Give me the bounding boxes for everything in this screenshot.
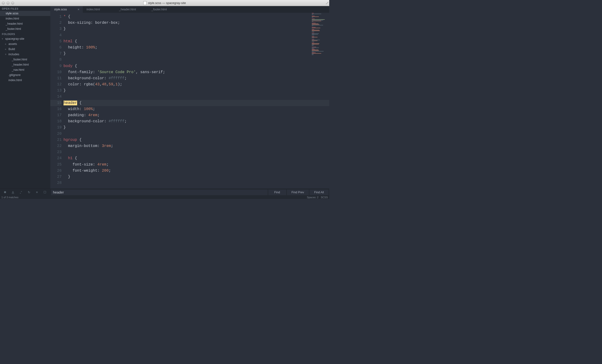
tab-style[interactable]: style.scss× [50,6,83,13]
regex-toggle-icon[interactable]: ✱ [1,190,9,195]
find-bar: ✱ A „" ↻ ≡ ☐ Find Find Prev Find All [0,189,329,196]
folder-assets[interactable]: ▹assets [0,41,50,47]
minimize-window-button[interactable] [7,2,9,4]
open-file-header[interactable]: _header.html [0,21,50,26]
tab-index[interactable]: index.html [83,6,115,13]
file-nav[interactable]: _nav.html [0,67,50,72]
sidebar: OPEN FILES style.scss index.html _header… [0,6,50,189]
in-selection-toggle-icon[interactable]: ≡ [33,190,41,195]
tab-footer[interactable]: _footer.html [148,6,180,13]
chevron-right-icon: ▹ [5,43,8,45]
file-index[interactable]: index.html [0,78,50,83]
syntax-status[interactable]: SCSS [321,196,328,199]
search-input[interactable] [51,190,268,195]
zoom-window-button[interactable] [11,2,14,4]
titlebar: style.scss — spacegray-site [0,0,329,6]
folder-root[interactable]: ▿spacegray-site [0,36,50,41]
folders-header: FOLDERS [0,32,50,36]
open-file-index[interactable]: index.html [0,16,50,21]
close-window-button[interactable] [2,2,5,4]
code-editor[interactable]: 1234 5678 9101112 13141516 17181920 2122… [50,13,329,189]
resize-handle-icon[interactable] [326,2,328,4]
file-icon [143,1,147,5]
file-header[interactable]: _header.html [0,62,50,67]
folder-includes[interactable]: ▿includes [0,52,50,57]
minimap[interactable] [310,13,329,60]
tab-bar: style.scss× index.html _header.html _foo… [50,6,329,13]
find-all-button[interactable]: Find All [310,190,329,195]
code-content[interactable]: * { box-sizing: border-box; } html { hei… [64,13,329,189]
chevron-right-icon: ▹ [5,48,8,50]
line-gutter: 1234 5678 9101112 13141516 17181920 2122… [50,13,64,189]
chevron-down-icon: ▿ [5,53,8,55]
wrap-toggle-icon[interactable]: ↻ [25,190,33,195]
highlight-toggle-icon[interactable]: ☐ [41,190,49,195]
tab-header[interactable]: _header.html [115,6,148,13]
match-count: 1 of 3 matches [1,196,18,199]
case-toggle-icon[interactable]: A [9,190,17,195]
file-footer[interactable]: _footer.html [0,57,50,62]
open-files-header: OPEN FILES [0,6,50,11]
status-bar: 1 of 3 matches Spaces: 2 SCSS [0,196,329,199]
folder-build[interactable]: ▹Build [0,47,50,52]
indent-status[interactable]: Spaces: 2 [307,196,318,199]
chevron-down-icon: ▿ [2,38,4,40]
close-icon[interactable]: × [78,8,79,11]
find-button[interactable]: Find [268,190,286,195]
search-highlight: header [64,101,77,105]
whole-word-toggle-icon[interactable]: „" [17,190,25,195]
file-gitignore[interactable]: .gitignore [0,72,50,78]
open-file-style[interactable]: style.scss [0,11,50,16]
open-file-footer[interactable]: _footer.html [0,26,50,32]
window-title: style.scss — spacegray-site [148,1,186,5]
find-prev-button[interactable]: Find Prev [287,190,309,195]
